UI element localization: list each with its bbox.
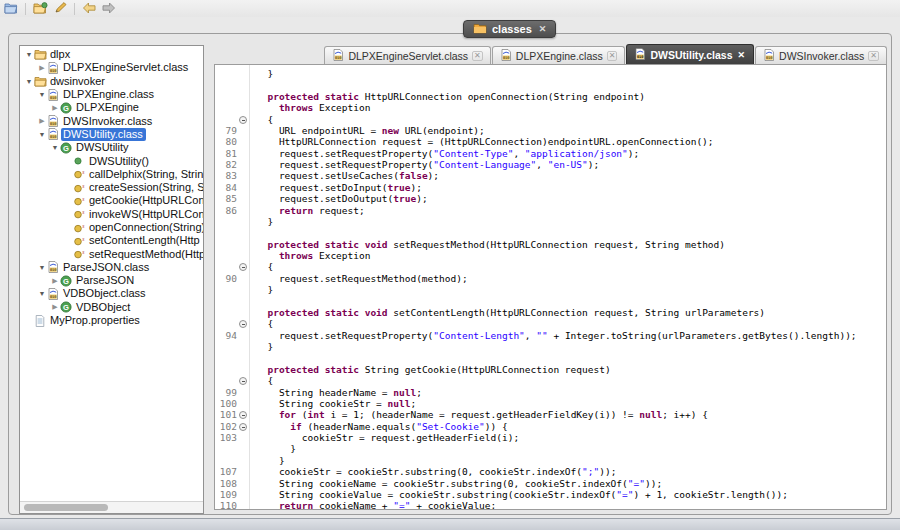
code-editor[interactable]: } protected static HttpURLConnection ope… [214, 64, 887, 510]
open-file-button[interactable] [3, 2, 19, 16]
tree-item[interactable]: ▶010DLPXEngineServlet.class [20, 61, 203, 74]
tree-item[interactable]: ▶010DWSInvoker.class [20, 114, 203, 127]
fold-column [237, 136, 249, 147]
tree-item-label: ParseJSON [74, 274, 137, 287]
tree-item[interactable]: ▶GVDBObject [20, 301, 203, 314]
tree-item-label: DWSUtility [74, 141, 132, 154]
tree-expander-icon[interactable]: ▼ [24, 51, 34, 58]
tree-item[interactable]: DWSUtility() [20, 154, 203, 167]
collapse-marker-icon[interactable] [239, 116, 247, 124]
code-text: URL endpointURL = new URL(endpoint); [249, 125, 485, 136]
code-line: 102 if (headerName.equals("Set-Cookie"))… [215, 421, 886, 432]
tree-expander-icon[interactable]: ▼ [37, 290, 47, 297]
close-icon[interactable]: ✕ [472, 51, 483, 61]
launch-button[interactable] [52, 2, 68, 16]
back-button[interactable] [81, 2, 97, 16]
folder-icon [34, 75, 48, 87]
tree-item[interactable]: ▶GParseJSON [20, 274, 203, 287]
editor-tab-label: DLPXEngineServlet.class [348, 50, 468, 62]
code-text: { [249, 261, 273, 272]
tree-item[interactable]: ▼010ParseJSON.class [20, 261, 203, 274]
code-line: 110 return cookieName + "=" + cookieValu… [215, 500, 886, 510]
tree-expander-icon[interactable]: ▶ [50, 104, 60, 112]
static-method-icon: s [73, 235, 87, 247]
fold-collapse-icon[interactable] [237, 421, 249, 432]
code-line: } [215, 455, 886, 466]
editor-tab[interactable]: 010DWSUtility.class✕ [626, 44, 754, 65]
collapse-marker-icon[interactable] [239, 411, 247, 419]
tree-expander-icon[interactable]: ▶ [50, 277, 60, 285]
line-number [215, 79, 237, 90]
collapse-marker-icon[interactable] [239, 263, 247, 271]
tree-item[interactable]: ▼010DLPXEngine.class [20, 88, 203, 101]
line-number: 110 [215, 500, 237, 510]
tree-item[interactable]: ▼010VDBObject.class [20, 287, 203, 300]
tree[interactable]: ▼dlpx▶010DLPXEngineServlet.class▼dwsinvo… [20, 48, 203, 501]
close-icon[interactable]: ✕ [539, 24, 547, 34]
tree-item[interactable]: ▼dlpx [20, 48, 203, 61]
tree-item[interactable]: scallDelphix(String, Strin [20, 168, 203, 181]
line-number: 107 [215, 466, 237, 477]
static-method-icon: s [73, 222, 87, 234]
fold-column [237, 330, 249, 341]
open-jar-button[interactable] [32, 2, 48, 16]
line-number: 85 [215, 193, 237, 204]
scrollbar-thumb[interactable] [24, 504, 108, 511]
collapse-marker-icon[interactable] [239, 423, 247, 431]
svg-text:010: 010 [50, 295, 57, 299]
line-number: 86 [215, 205, 237, 216]
line-number: 82 [215, 159, 237, 170]
collapse-marker-icon[interactable] [239, 320, 247, 328]
tree-item[interactable]: ▼dwsinvoker [20, 75, 203, 88]
tree-item[interactable]: ▼010DWSUtility.class [20, 128, 203, 141]
tree-item-label: dwsinvoker [48, 75, 108, 88]
tree-expander-icon[interactable]: ▼ [37, 131, 47, 138]
tree-expander-icon[interactable]: ▶ [50, 303, 60, 311]
tree-expander-icon[interactable]: ▼ [24, 78, 34, 85]
classes-folder-tab[interactable]: classes ✕ [463, 20, 556, 38]
code-line: { [215, 375, 886, 386]
line-number [215, 455, 237, 466]
close-icon[interactable]: ✕ [607, 51, 618, 61]
tree-expander-icon[interactable]: ▼ [37, 264, 47, 271]
tree-item[interactable]: sopenConnection(String) [20, 221, 203, 234]
fold-collapse-icon[interactable] [237, 318, 249, 329]
code-text: protected static HttpURLConnection openC… [249, 91, 645, 102]
close-icon[interactable]: ✕ [868, 51, 879, 61]
code-line: throws Exception [215, 102, 886, 113]
tree-expander-icon[interactable]: ▼ [50, 144, 60, 151]
editor-tab[interactable]: 010DLPXEngineServlet.class✕ [324, 46, 490, 65]
fold-collapse-icon[interactable] [237, 114, 249, 125]
code-text: cookieStr = request.getHeaderField(i); [249, 432, 519, 443]
tree-item[interactable]: ▼GDWSUtility [20, 141, 203, 154]
editor-tab[interactable]: 010DWSInvoker.class✕ [755, 46, 887, 65]
tree-item[interactable]: MyProp.properties [20, 314, 203, 327]
close-icon[interactable]: ✕ [737, 51, 747, 59]
tree-item[interactable]: sgetCookie(HttpURLCon [20, 194, 203, 207]
fold-collapse-icon[interactable] [237, 409, 249, 420]
code-line: 85 request.setDoOutput(true); [215, 193, 886, 204]
collapse-marker-icon[interactable] [239, 377, 247, 385]
toolbar-separator [74, 3, 75, 15]
tree-item-label: DLPXEngineServlet.class [61, 61, 191, 74]
editor-tab[interactable]: 010DLPXEngine.class✕ [492, 46, 626, 65]
tree-item[interactable]: ssetRequestMethod(Http [20, 247, 203, 260]
fold-column [237, 148, 249, 159]
tree-item[interactable]: ▶GDLPXEngine [20, 101, 203, 114]
code-line: 86 return request; [215, 205, 886, 216]
tree-expander-icon[interactable]: ▶ [37, 64, 47, 72]
tree-item[interactable]: sinvokeWS(HttpURLConn [20, 208, 203, 221]
fold-collapse-icon[interactable] [237, 261, 249, 272]
code-text: } [249, 216, 273, 227]
fold-collapse-icon[interactable] [237, 375, 249, 386]
code-line: 109 String cookieValue = cookieStr.subst… [215, 489, 886, 500]
tree-expander-icon[interactable]: ▶ [37, 117, 47, 125]
tree-horizontal-scrollbar[interactable] [20, 501, 203, 513]
tree-expander-icon[interactable]: ▼ [37, 91, 47, 98]
fold-column [237, 364, 249, 375]
tree-item[interactable]: ssetContentLength(Http [20, 234, 203, 247]
tree-item[interactable]: screateSession(String, St [20, 181, 203, 194]
static-method-icon: s [73, 195, 87, 207]
fold-column [237, 489, 249, 500]
forward-button[interactable] [101, 2, 117, 16]
